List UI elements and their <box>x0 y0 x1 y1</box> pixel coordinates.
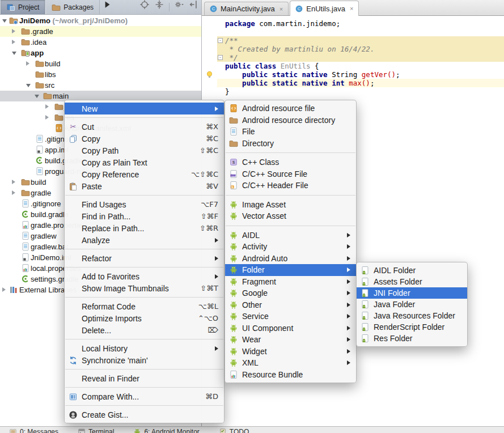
context-menu-item-optimize-imports[interactable]: Optimize Imports⌃⌥O <box>65 312 224 324</box>
context-menu-item-cut[interactable]: ✂Cut⌘X <box>65 121 224 133</box>
context-menu-item-synchronize-main-[interactable]: Synchronize 'main' <box>65 354 224 366</box>
context-menu-item-new[interactable]: New <box>65 103 224 114</box>
tree-item-libs[interactable]: libs <box>0 69 201 80</box>
status-item-terminal[interactable]: Terminal <box>78 428 114 433</box>
tab-packages[interactable]: Packages <box>45 0 100 14</box>
chevron-right-icon[interactable] <box>12 180 15 184</box>
context-menu-item-find-usages[interactable]: Find Usages⌥F7 <box>65 198 224 210</box>
new-submenu-item-c-c-source-file[interactable]: c++C/C++ Source File <box>225 168 356 180</box>
context-menu-item-copy-path[interactable]: Copy Path⇧⌘C <box>65 145 224 156</box>
android-icon <box>229 335 238 344</box>
chevron-right-icon[interactable] <box>12 29 15 33</box>
context-menu-item-analyze[interactable]: Analyze <box>65 234 224 246</box>
new-submenu-item-activity[interactable]: Activity <box>225 241 356 253</box>
fold-marker-icon[interactable]: - <box>218 38 223 43</box>
chevron-right-icon[interactable] <box>12 190 15 195</box>
more-tabs-icon[interactable] <box>102 0 112 9</box>
context-menu-item-compare-with-[interactable]: Compare With...⌘D <box>65 390 224 402</box>
close-icon[interactable]: × <box>279 6 283 12</box>
context-menu-item-local-history[interactable]: Local History <box>65 342 224 354</box>
context-menu-item-create-gist-[interactable]: Create Gist... <box>65 409 224 421</box>
chevron-right-icon[interactable] <box>2 287 6 292</box>
fold-marker-icon[interactable]: - <box>218 55 223 60</box>
context-menu-item-find-in-path-[interactable]: Find in Path...⇧⌘F <box>65 210 224 222</box>
new-submenu-item-aidl[interactable]: AIDL <box>225 230 356 241</box>
menu-item-label: C/C++ Header File <box>242 181 350 190</box>
new-submenu-item-google[interactable]: Google <box>225 287 356 299</box>
new-submenu-item-file[interactable]: File <box>225 126 356 138</box>
chevron-right-icon[interactable] <box>45 115 49 120</box>
tree-item-build[interactable]: build <box>0 58 201 69</box>
hide-panel-icon[interactable] <box>189 0 199 9</box>
folder-submenu-item-aidl-folder[interactable]: AIDL Folder <box>357 265 467 276</box>
new-submenu-item-resource-bundle[interactable]: Resource Bundle <box>225 369 356 381</box>
chevron-right-icon[interactable] <box>45 104 49 109</box>
new-submenu-item-widget[interactable]: Widget <box>225 346 356 358</box>
menu-item-label: Wear <box>242 335 339 344</box>
tab-project[interactable]: Project <box>0 0 45 14</box>
status-item-0-messages[interactable]: 0: Messages <box>9 428 58 433</box>
close-icon[interactable]: × <box>350 5 353 12</box>
chevron-down-icon[interactable] <box>26 84 31 87</box>
context-menu-item-copy-as-plain-text[interactable]: Copy as Plain Text <box>65 156 224 168</box>
context-menu-item-show-image-thumbnails[interactable]: Show Image Thumbnails⇧⌘T <box>65 282 224 294</box>
tree-item-jnidemo[interactable]: JniDemo (~/work_prj/JniDemo) <box>0 15 201 26</box>
new-submenu-item-android-auto[interactable]: Android Auto <box>225 253 356 265</box>
new-submenu-item-other[interactable]: Other <box>225 299 356 311</box>
context-menu-item-delete-[interactable]: Delete...⌦ <box>65 324 224 336</box>
context-menu-item-paste[interactable]: Paste⌘V <box>65 180 224 192</box>
folder-submenu-item-java-folder[interactable]: Java Folder <box>357 299 467 310</box>
context-menu-item-copy[interactable]: Copy⌘C <box>65 133 224 145</box>
menu-item-shortcut: ⌥⌘L <box>198 302 218 311</box>
tree-item-src[interactable]: src <box>0 80 201 91</box>
file-android-icon <box>361 277 370 286</box>
code-token <box>225 79 242 87</box>
folder-submenu-item-assets-folder[interactable]: Assets Folder <box>357 276 467 287</box>
context-menu-item-reveal-in-finder[interactable]: Reveal in Finder <box>65 372 224 384</box>
editor-tab-mainactivity-java[interactable]: CMainActivity.java× <box>204 2 289 15</box>
new-submenu-item-c-c-header-file[interactable]: hC/C++ Header File <box>225 180 356 192</box>
status-item-label: TODO <box>230 428 249 433</box>
context-menu-item-refactor[interactable]: Refactor <box>65 252 224 264</box>
new-submenu-item-c-class[interactable]: sC++ Class <box>225 156 356 168</box>
intention-bulb-icon[interactable] <box>205 70 214 79</box>
tree-item-app[interactable]: app <box>0 48 201 58</box>
folder-icon <box>54 102 63 111</box>
status-item-todo[interactable]: TODO <box>219 428 249 433</box>
folder-submenu-item-jni-folder[interactable]: JNI Folder <box>357 287 467 299</box>
context-menu-item-add-to-favorites[interactable]: Add to Favorites <box>65 270 224 282</box>
chevron-right-icon[interactable] <box>12 40 15 44</box>
new-submenu-item-fragment[interactable]: Fragment <box>225 276 356 288</box>
context-menu-item-copy-reference[interactable]: Copy Reference⌥⇧⌘C <box>65 168 224 180</box>
new-submenu-item-android-resource-file[interactable]: Android resource file <box>225 103 356 114</box>
collapse-all-icon[interactable] <box>154 0 164 9</box>
folder-submenu-item-java-resources-folder[interactable]: Java Resources Folder <box>357 310 467 321</box>
new-submenu-item-vector-asset[interactable]: Vector Asset <box>225 210 356 222</box>
chevron-down-icon[interactable] <box>35 95 39 98</box>
context-menu-item-reformat-code[interactable]: Reformat Code⌥⌘L <box>65 300 224 312</box>
new-submenu-item-folder[interactable]: Folder <box>225 264 356 276</box>
chevron-down-icon[interactable] <box>12 52 16 55</box>
tree-item--idea[interactable]: .idea <box>0 37 201 48</box>
editor-tab-enutils-java[interactable]: CEnUtils.java× <box>290 1 359 16</box>
new-submenu-item-android-resource-directory[interactable]: Android resource directory <box>225 114 356 126</box>
chevron-right-icon[interactable] <box>26 61 29 66</box>
chevron-down-icon[interactable] <box>2 19 7 23</box>
new-submenu-item-wear[interactable]: Wear <box>225 334 356 346</box>
folder-submenu-item-renderscript-folder[interactable]: RenderScript Folder <box>357 321 467 333</box>
code-token: /** <box>225 36 238 45</box>
new-submenu-item-image-asset[interactable]: Image Asset <box>225 199 356 211</box>
new-submenu-item-xml[interactable]: XML <box>225 357 356 369</box>
folder-submenu-item-res-folder[interactable]: Res Folder <box>357 333 467 344</box>
tree-item--gradle[interactable]: .gradle <box>0 26 201 37</box>
gear-icon[interactable] <box>174 0 184 9</box>
menu-item-shortcut: ⇧⌘C <box>200 146 218 155</box>
locate-icon[interactable] <box>139 0 150 9</box>
new-submenu-item-ui-component[interactable]: UI Component <box>225 322 356 334</box>
status-item-6-android-monitor[interactable]: 6: Android Monitor <box>133 428 199 433</box>
context-menu-item-replace-in-path-[interactable]: Replace in Path...⇧⌘R <box>65 222 224 234</box>
file-android-icon <box>361 300 370 309</box>
new-submenu-item-directory[interactable]: Directory <box>225 138 356 150</box>
new-submenu-item-service[interactable]: Service <box>225 311 356 322</box>
menu-item-label: Service <box>242 312 339 321</box>
